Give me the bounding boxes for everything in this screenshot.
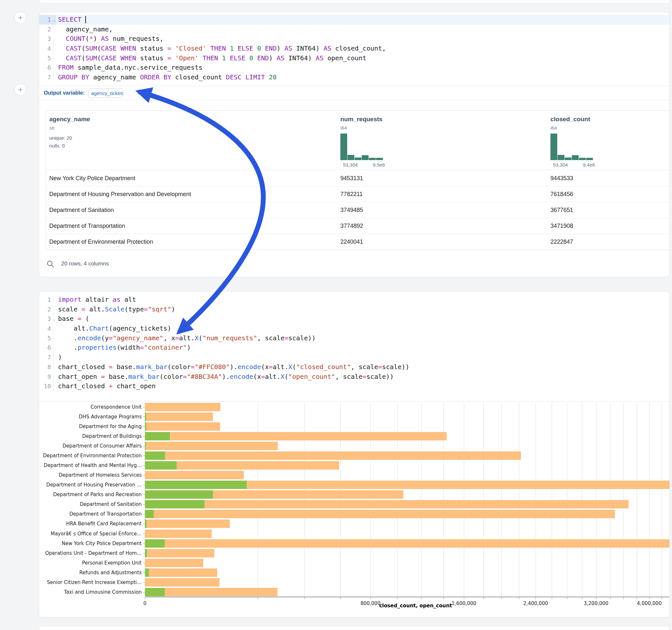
bar-closed[interactable] — [145, 559, 203, 567]
column-name: num_requests — [340, 116, 383, 123]
token: = — [167, 44, 171, 52]
bar-open[interactable] — [145, 490, 213, 499]
code-line[interactable]: 5 .encode(y="agency_name", x=alt.X("num_… — [42, 334, 669, 343]
table-row[interactable]: Department of Sanitation37494853677651 — [46, 202, 670, 218]
gridline — [502, 402, 502, 597]
bar-open[interactable] — [145, 481, 247, 489]
code-line[interactable]: 10chart_closed + chart_open — [42, 382, 669, 391]
token: = — [144, 305, 148, 313]
token: DESC — [226, 73, 241, 81]
code-line[interactable]: 6FROM sample_data.nyc.service_requests — [42, 63, 669, 73]
code-line[interactable]: 3 COUNT(*) AS num_requests, — [42, 34, 669, 44]
column-header[interactable]: agency_namestrunique: 20nulls: 0 — [49, 111, 244, 170]
line-number: 7 — [42, 73, 51, 82]
token: Scale — [105, 305, 124, 313]
table-row[interactable]: New York City Police Department945313194… — [46, 170, 670, 186]
token: ( — [81, 315, 89, 322]
bar-closed[interactable] — [145, 442, 278, 450]
token: AS — [101, 35, 109, 43]
code-line[interactable]: 7GROUP BY agency_name ORDER BY closed_co… — [42, 73, 669, 82]
column-header[interactable]: num_requestsi6453,3049.5e6 — [340, 111, 535, 170]
token — [226, 44, 230, 52]
code-line[interactable]: 2scale = alt.Scale(type="sqrt") — [42, 305, 669, 314]
line-number: 10 — [42, 382, 51, 391]
active-line-highlight — [56, 15, 670, 25]
token: ORDER — [140, 73, 160, 81]
bar-open[interactable] — [145, 432, 170, 440]
bar-closed[interactable] — [145, 578, 219, 587]
fold-chevron-icon[interactable]: ⌄ — [51, 314, 57, 324]
token: ( — [284, 373, 288, 381]
token: ) — [58, 353, 62, 361]
previous-cell-edge — [39, 0, 670, 4]
bar-closed[interactable] — [145, 403, 220, 411]
x-axis-line — [145, 597, 670, 597]
column-header[interactable]: closed_counti6453,3049.4e6 — [550, 111, 670, 170]
code-line[interactable]: 7) — [42, 353, 669, 362]
x-axis-title: closed_count, open_count — [379, 603, 452, 609]
bar-open[interactable] — [145, 519, 146, 528]
code-line[interactable]: 5 CAST(SUM(CASE WHEN status = 'Open' THE… — [42, 53, 669, 63]
bar-open[interactable] — [145, 539, 165, 548]
bar-open[interactable] — [145, 413, 146, 421]
search-icon[interactable] — [46, 260, 55, 268]
code-line[interactable]: 4 CAST(SUM(CASE WHEN status = 'Closed' T… — [42, 44, 669, 53]
bar-closed[interactable] — [145, 422, 220, 431]
bar-closed[interactable] — [145, 500, 628, 508]
table-row[interactable]: Department of Housing Preservation and D… — [46, 186, 670, 202]
token: mark_bar — [136, 363, 167, 371]
bar-closed[interactable] — [145, 471, 244, 479]
bar-closed[interactable] — [145, 549, 214, 557]
bar-open[interactable] — [145, 568, 149, 577]
bar-open[interactable] — [145, 442, 146, 450]
bar-closed[interactable] — [145, 539, 670, 548]
bar-closed[interactable] — [145, 452, 521, 460]
add-cell-button[interactable]: + — [14, 83, 27, 96]
line-number: 5 — [42, 334, 51, 343]
python-editor[interactable]: 1import altair as alt2scale = alt.Scale(… — [39, 295, 669, 391]
code-line[interactable]: 2 agency_name, — [42, 25, 669, 34]
bar-open[interactable] — [145, 452, 165, 460]
gridline — [421, 402, 422, 597]
fold-chevron-icon[interactable]: ⌄ — [51, 15, 57, 25]
bar-open[interactable] — [145, 422, 146, 431]
token: ( — [97, 54, 101, 62]
bar-closed[interactable] — [145, 568, 217, 577]
code-line[interactable]: 4 alt.Chart(agency_tickets) — [42, 324, 669, 334]
bar-closed[interactable] — [145, 519, 230, 528]
table-row[interactable]: Department of Transportation377489234719… — [46, 218, 670, 234]
gutter-divider — [53, 15, 54, 82]
histogram-min-label: 53,304 — [343, 162, 358, 168]
sql-editor[interactable]: 1⌄SELECT 2 agency_name,3 COUNT(*) AS num… — [39, 15, 669, 82]
table-row[interactable]: Department of Environmental Protection22… — [46, 234, 670, 250]
code-line[interactable]: 3⌄base = ( — [42, 314, 669, 324]
bar-closed[interactable] — [145, 510, 615, 518]
gridline — [535, 402, 536, 597]
code-line[interactable]: 8chart_closed = base.mark_bar(color="#FF… — [42, 362, 669, 372]
y-axis-label: Personal Exemption Unit — [43, 560, 142, 566]
bar-closed[interactable] — [145, 530, 212, 538]
add-cell-button[interactable]: + — [14, 12, 27, 24]
token: . — [58, 343, 77, 351]
histogram-bar — [586, 158, 593, 160]
bar-open[interactable] — [145, 588, 165, 596]
result-table: agency_namestrunique: 20nulls: 0num_requ… — [46, 111, 670, 250]
line-number: 7 — [42, 353, 51, 362]
bar-closed[interactable] — [145, 588, 278, 596]
code-line[interactable]: 6 .properties(width="container") — [42, 343, 669, 353]
token: ( — [81, 54, 85, 62]
gridline — [483, 402, 484, 597]
bar-open[interactable] — [145, 500, 205, 508]
bar-open[interactable] — [145, 510, 154, 518]
bar-closed[interactable] — [145, 432, 447, 440]
output-variable-pill[interactable]: agency_tickets — [88, 89, 123, 98]
code-line[interactable]: 1⌄SELECT — [42, 15, 669, 25]
x-axis-tick — [370, 597, 371, 599]
code-line[interactable]: 9chart_open = base.mark_bar(color="#8BC3… — [42, 372, 669, 382]
bar-closed[interactable] — [145, 413, 213, 421]
bar-open[interactable] — [145, 461, 177, 469]
bar-open[interactable] — [145, 549, 147, 557]
code-text: FROM sample_data.nyc.service_requests — [58, 63, 202, 73]
token: "closed_count" — [296, 363, 351, 371]
code-line[interactable]: 1import altair as alt — [42, 295, 669, 305]
